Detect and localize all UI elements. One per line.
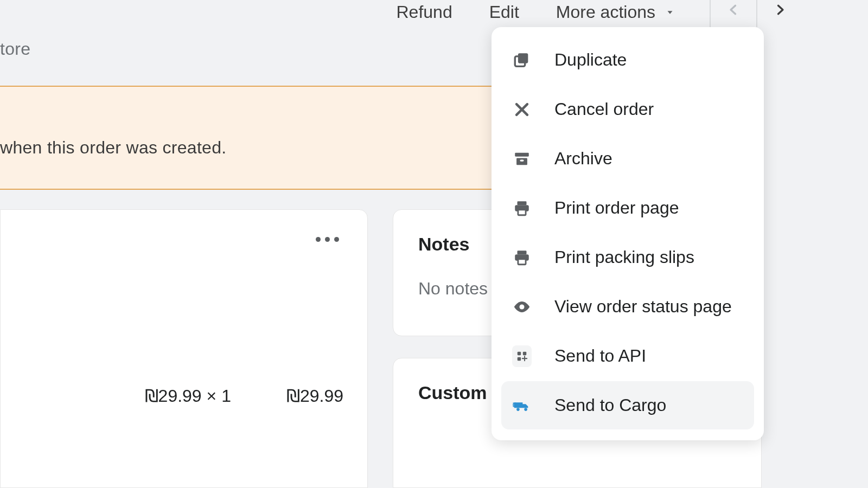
menu-item-label: Archive — [554, 149, 612, 169]
close-icon — [512, 100, 532, 119]
menu-item-duplicate[interactable]: Duplicate — [501, 36, 754, 84]
caret-down-icon — [665, 8, 675, 17]
svg-rect-0 — [518, 53, 528, 63]
svg-rect-3 — [516, 158, 527, 165]
archive-icon — [512, 149, 532, 169]
line-item-row: ₪29.99 × 1 ₪29.99 — [1, 386, 343, 406]
menu-item-archive[interactable]: Archive — [501, 134, 754, 183]
svg-point-16 — [524, 408, 527, 411]
menu-item-view-order-status[interactable]: View order status page — [501, 282, 754, 331]
line-item-unit-price: ₪29.99 × 1 — [145, 386, 231, 406]
printer-icon — [512, 198, 532, 218]
menu-item-label: Duplicate — [554, 50, 627, 70]
more-actions-menu: Duplicate Cancel order Archive Print ord… — [492, 27, 764, 440]
svg-rect-13 — [523, 351, 526, 355]
chevron-right-icon — [773, 2, 788, 17]
menu-item-label: Send to Cargo — [554, 395, 666, 415]
svg-rect-8 — [518, 251, 527, 254]
line-items-card: ₪29.99 × 1 ₪29.99 — [0, 209, 368, 488]
svg-point-15 — [516, 408, 520, 411]
svg-rect-2 — [515, 152, 529, 156]
pager-next-button[interactable] — [757, 0, 803, 27]
line-items-overflow-button[interactable] — [316, 237, 339, 242]
eye-icon — [512, 297, 532, 317]
menu-item-label: Print packing slips — [554, 247, 694, 267]
duplicate-icon — [512, 50, 532, 70]
chevron-left-icon — [726, 2, 741, 17]
svg-rect-12 — [518, 351, 521, 355]
menu-item-send-to-cargo[interactable]: Send to Cargo — [501, 381, 754, 429]
svg-rect-5 — [518, 201, 527, 205]
pager-prev-button[interactable] — [711, 0, 756, 27]
menu-item-label: Print order page — [554, 198, 679, 218]
printer-icon — [512, 248, 532, 267]
svg-rect-4 — [520, 159, 524, 161]
menu-item-print-order[interactable]: Print order page — [501, 184, 754, 232]
truck-icon — [512, 396, 532, 415]
menu-item-send-to-api[interactable]: Send to API — [501, 332, 754, 380]
svg-rect-10 — [518, 259, 526, 264]
warning-banner-text: when this order was created. — [0, 138, 227, 158]
svg-point-11 — [519, 304, 524, 309]
menu-item-label: Send to API — [554, 346, 646, 366]
warning-banner: when this order was created. — [0, 86, 492, 190]
menu-item-label: Cancel order — [554, 99, 654, 119]
svg-rect-14 — [518, 357, 521, 360]
menu-item-cancel-order[interactable]: Cancel order — [501, 85, 754, 133]
more-actions-label: More actions — [556, 2, 655, 22]
menu-item-label: View order status page — [554, 297, 732, 317]
app-icon — [512, 346, 532, 366]
top-action-bar: Refund Edit More actions — [0, 0, 868, 27]
breadcrumb-fragment: tore — [0, 39, 30, 59]
refund-button[interactable]: Refund — [378, 0, 470, 37]
pager — [710, 0, 803, 27]
menu-item-print-packing-slips[interactable]: Print packing slips — [501, 233, 754, 281]
line-item-total-price: ₪29.99 — [286, 386, 343, 406]
svg-rect-7 — [518, 209, 526, 215]
